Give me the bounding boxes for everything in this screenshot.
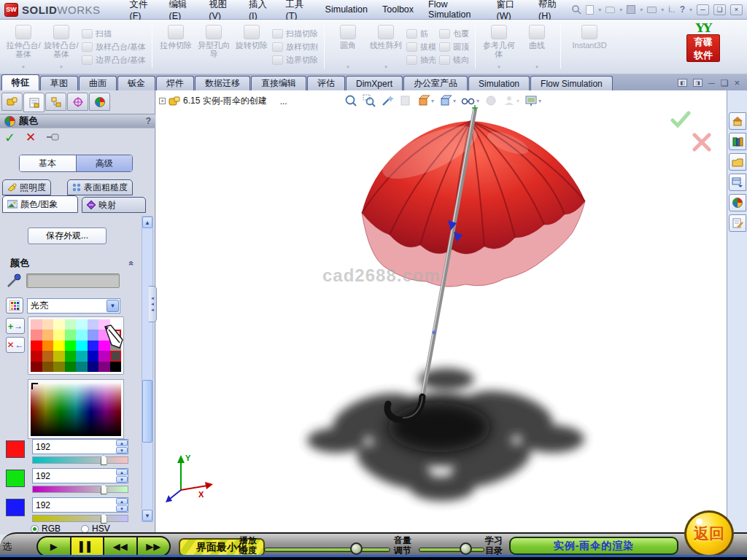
tree-item-label[interactable]: 6.15 实例-雨伞的创建 bbox=[183, 95, 267, 107]
lofted-cut-button[interactable]: 放样切割 bbox=[272, 42, 318, 52]
blue-slider[interactable] bbox=[32, 515, 128, 522]
appearances-scenes-tab[interactable] bbox=[729, 194, 746, 211]
swatch-24[interactable] bbox=[31, 351, 42, 361]
swatch-39[interactable] bbox=[110, 362, 122, 372]
zoom-fit-icon[interactable] bbox=[344, 94, 357, 107]
rib-button[interactable]: 筋 bbox=[406, 28, 436, 39]
view-palette-tab[interactable] bbox=[729, 174, 746, 191]
finish-dropdown[interactable]: 光亮 ▼ bbox=[27, 298, 120, 314]
swatch-30[interactable] bbox=[98, 351, 110, 361]
mirror-button[interactable]: 镜向 bbox=[439, 55, 469, 66]
propertymanager-tab[interactable] bbox=[23, 93, 44, 112]
tab-Simulation[interactable]: Simulation bbox=[468, 76, 530, 90]
lofted-boss-button[interactable]: 放样凸台/基体 bbox=[82, 42, 146, 52]
pushpin-icon[interactable] bbox=[46, 132, 62, 144]
swatch-29[interactable] bbox=[88, 351, 99, 361]
illumination-tab[interactable]: 照明度 bbox=[2, 179, 51, 195]
extruded-boss-button[interactable]: 拉伸凸台/基体 ▾ bbox=[4, 22, 42, 71]
design-library-tab[interactable] bbox=[729, 133, 746, 150]
swept-cut-button[interactable]: 扫描切除 bbox=[272, 28, 318, 39]
palette-button[interactable] bbox=[6, 298, 23, 314]
chapter-title-bar[interactable]: 实例-雨伞的渲染 bbox=[509, 537, 678, 555]
help-caret-icon[interactable]: ▾ bbox=[689, 7, 692, 13]
featuremanager-tree-tab[interactable] bbox=[1, 93, 23, 111]
swatch-32[interactable] bbox=[31, 362, 42, 372]
spin-up-icon[interactable]: ▲ bbox=[116, 498, 128, 505]
swatch-25[interactable] bbox=[42, 351, 54, 361]
tab-钣金[interactable]: 钣金 bbox=[117, 76, 155, 90]
volume-knob[interactable] bbox=[460, 542, 472, 555]
red-slider[interactable] bbox=[32, 456, 128, 464]
edit-appearance-icon[interactable] bbox=[484, 94, 498, 107]
swatch-0[interactable] bbox=[31, 319, 42, 330]
swatch-18[interactable] bbox=[53, 341, 65, 351]
scrollbar-thumb[interactable] bbox=[142, 380, 152, 443]
mapping-tab[interactable]: 映射 bbox=[82, 197, 146, 213]
boundary-boss-button[interactable]: 边界凸台/基体 bbox=[82, 55, 146, 66]
swatch-17[interactable] bbox=[42, 341, 54, 351]
new-document-icon[interactable] bbox=[586, 5, 594, 15]
doc-minimize-icon[interactable]: ─ bbox=[708, 78, 715, 88]
save-appearance-button[interactable]: 保存外观... bbox=[28, 228, 107, 244]
surface-finish-tab[interactable]: 表面粗糙度 bbox=[67, 179, 133, 195]
save-caret-icon[interactable]: ▾ bbox=[640, 7, 643, 13]
pane-right-icon[interactable]: ◨ bbox=[693, 79, 703, 87]
instant3d-button[interactable]: Instant3D bbox=[565, 22, 614, 71]
feature-tree-item[interactable]: + 6.15 实例-雨伞的创建 ... bbox=[159, 95, 287, 107]
swatch-8[interactable] bbox=[31, 330, 42, 340]
spin-up-icon[interactable]: ▲ bbox=[116, 440, 128, 446]
back-button-circle[interactable]: 返回 bbox=[684, 510, 734, 557]
panel-scrollbar[interactable]: ▲ ▼ bbox=[142, 216, 153, 522]
filter-wand-icon[interactable] bbox=[381, 94, 394, 107]
advanced-mode-tab[interactable]: 高级 bbox=[76, 155, 133, 171]
menu-Toolbox[interactable]: Toolbox bbox=[375, 2, 421, 17]
tree-expander-icon[interactable]: + bbox=[159, 98, 166, 104]
swatch-13[interactable] bbox=[88, 330, 99, 340]
doc-close-icon[interactable]: × bbox=[734, 77, 740, 88]
doc-restore-icon[interactable]: ❏ bbox=[721, 78, 729, 88]
swatch-11[interactable] bbox=[65, 330, 77, 340]
open-icon[interactable] bbox=[605, 7, 615, 13]
swatch-38[interactable] bbox=[98, 362, 110, 372]
collapse-chevron-icon[interactable]: « bbox=[127, 261, 137, 266]
apply-scene-icon[interactable]: ▾ bbox=[503, 94, 519, 107]
red-value-input[interactable] bbox=[32, 439, 128, 454]
view-settings-icon[interactable]: ▾ bbox=[525, 94, 541, 107]
swatch-9[interactable] bbox=[42, 330, 54, 340]
menu-Simulation[interactable]: Simulation bbox=[318, 2, 375, 17]
swatch-27[interactable] bbox=[65, 351, 77, 361]
reference-geometry-button[interactable]: 参考几何体 ▾ bbox=[480, 22, 518, 71]
menu-Flow Simulation[interactable]: Flow Simulation bbox=[421, 0, 489, 22]
swatch-20[interactable] bbox=[76, 341, 88, 351]
revolved-boss-button[interactable]: 旋转凸台/基体 ▾ bbox=[42, 22, 80, 71]
back-button[interactable]: 返回 bbox=[684, 510, 735, 559]
tab-办公室产品[interactable]: 办公室产品 bbox=[403, 76, 468, 90]
custom-properties-tab[interactable] bbox=[729, 214, 746, 232]
swatch-26[interactable] bbox=[53, 351, 65, 361]
save-icon[interactable] bbox=[627, 5, 635, 14]
cancel-x-button[interactable]: ✕ bbox=[26, 131, 36, 144]
boundary-cut-button[interactable]: 边界切除 bbox=[272, 55, 318, 66]
cancel-cross-icon[interactable] bbox=[692, 133, 711, 154]
hide-show-items-icon[interactable]: ▾ bbox=[461, 94, 479, 107]
spin-down-icon[interactable]: ▼ bbox=[116, 505, 128, 512]
tab-特征[interactable]: 特征 bbox=[1, 74, 39, 90]
swatch-5[interactable] bbox=[88, 319, 99, 330]
swatch-28[interactable] bbox=[76, 351, 88, 361]
file-explorer-tab[interactable] bbox=[729, 153, 746, 171]
spin-down-icon[interactable]: ▼ bbox=[116, 476, 128, 483]
color-image-tab[interactable]: 颜色/图象 bbox=[2, 195, 78, 213]
tab-草图[interactable]: 草图 bbox=[40, 76, 78, 90]
red-slider-marker[interactable] bbox=[101, 455, 107, 465]
print-icon[interactable] bbox=[647, 7, 657, 13]
swatch-16[interactable] bbox=[31, 341, 42, 351]
swept-boss-button[interactable]: 扫描 bbox=[82, 28, 146, 39]
revolved-cut-button[interactable]: 旋转切除 bbox=[233, 22, 271, 71]
add-swatch-button[interactable]: +→ bbox=[6, 318, 25, 334]
rewind-button[interactable]: ◀◀ bbox=[104, 537, 138, 556]
swatch-36[interactable] bbox=[76, 362, 88, 372]
eyedropper-icon[interactable] bbox=[6, 273, 22, 289]
dome-button[interactable]: 圆顶 bbox=[439, 42, 469, 52]
zoom-area-icon[interactable] bbox=[363, 94, 376, 107]
fillet-button[interactable]: 圆角 ▾ bbox=[329, 22, 367, 71]
